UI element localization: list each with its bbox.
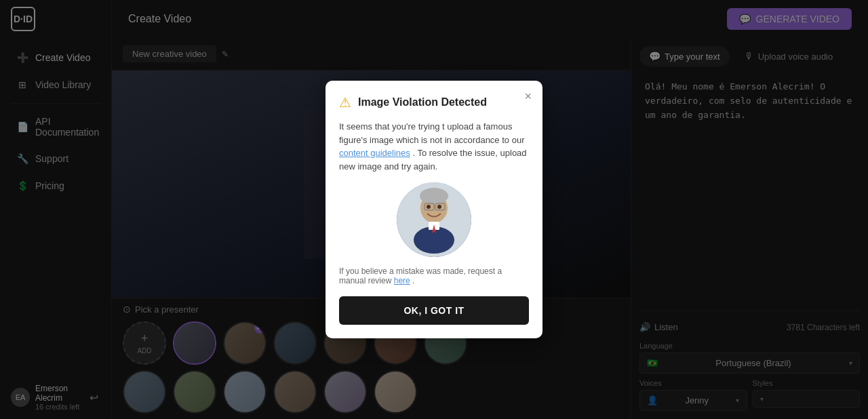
violation-image-inner	[397, 182, 471, 257]
modal-close-button[interactable]: ×	[524, 90, 532, 102]
modal-image-container	[339, 182, 529, 257]
modal-header: ⚠ Image Violation Detected	[339, 94, 529, 111]
modal-body: It seems that you're trying t upload a f…	[339, 120, 529, 173]
modal-body-text: It seems that you're trying t upload a f…	[339, 121, 524, 145]
modal-title: Image Violation Detected	[358, 96, 487, 108]
modal-cta-button[interactable]: OK, I GOT IT	[339, 296, 529, 325]
modal-footer-text: If you believe a mistake was made, reque…	[339, 266, 529, 285]
manual-review-link[interactable]: here	[394, 276, 410, 285]
image-violation-modal: ⚠ Image Violation Detected × It seems th…	[326, 81, 542, 338]
warning-icon: ⚠	[339, 94, 351, 111]
svg-point-6	[427, 205, 431, 209]
content-guidelines-link[interactable]: content guidelines	[339, 148, 410, 158]
svg-point-7	[437, 205, 441, 209]
svg-point-2	[420, 188, 448, 204]
person-silhouette-svg	[397, 182, 471, 257]
modal-overlay: ⚠ Image Violation Detected × It seems th…	[0, 0, 868, 419]
violation-image	[397, 182, 471, 257]
